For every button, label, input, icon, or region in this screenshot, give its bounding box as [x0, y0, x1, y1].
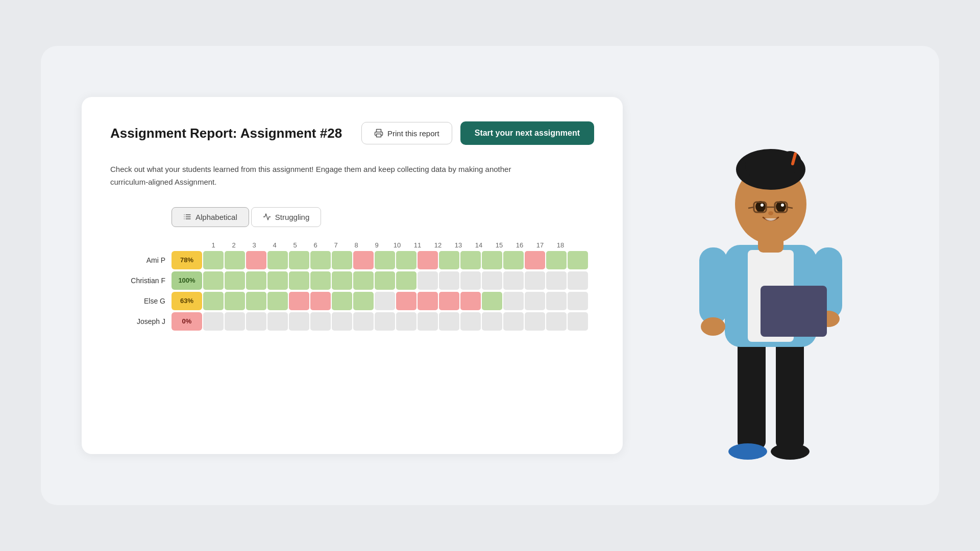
grid-cell [246, 292, 266, 310]
description-text: Check out what your students learned fro… [110, 163, 529, 189]
student-score: 0% [172, 312, 202, 331]
grid-cell [439, 251, 459, 269]
grid-cell [418, 292, 438, 310]
student-row: Christian F100% [110, 271, 594, 290]
grid-cell [267, 271, 288, 290]
grid-cell [375, 312, 395, 331]
chart-icon [263, 213, 271, 221]
grid-cell [546, 251, 567, 269]
grid-cell [482, 251, 502, 269]
grid-cell [525, 312, 545, 331]
header-actions: Print this report Start your next assign… [361, 121, 594, 145]
col-8: 8 [346, 241, 366, 249]
grid-cell [568, 271, 588, 290]
grid-cell [225, 312, 245, 331]
col-5: 5 [285, 241, 305, 249]
grid-cell [310, 251, 331, 269]
grid-cell [203, 271, 224, 290]
svg-point-26 [761, 204, 764, 207]
svg-point-15 [701, 317, 725, 336]
grid-cell [482, 271, 502, 290]
grid-cell [503, 271, 524, 290]
grid-cell [267, 312, 288, 331]
report-card: Assignment Report: Assignment #28 Print … [82, 97, 623, 454]
col-9: 9 [366, 241, 387, 249]
svg-rect-0 [377, 134, 381, 137]
col-16: 16 [509, 241, 530, 249]
col-6: 6 [305, 241, 326, 249]
grid-cell [203, 251, 224, 269]
grid-cell [525, 271, 545, 290]
grid-cell [246, 271, 266, 290]
teacher-avatar [664, 87, 878, 495]
grid-cell [310, 271, 331, 290]
grid-cell [310, 292, 331, 310]
sort-alphabetical-tab[interactable]: Alphabetical [172, 207, 249, 227]
grid-cell [353, 312, 374, 331]
grid-cell [353, 251, 374, 269]
grid-cell [439, 292, 459, 310]
grid-cell [525, 292, 545, 310]
grid-cell [418, 251, 438, 269]
grid-cell [418, 271, 438, 290]
grid-cell [332, 292, 352, 310]
grid-cell [460, 271, 481, 290]
grid-cell [375, 271, 395, 290]
student-score: 78% [172, 251, 202, 269]
student-name: Ami P [110, 256, 172, 264]
sort-tabs: Alphabetical Struggling [172, 207, 594, 227]
grid-cell [503, 251, 524, 269]
grid-cell [482, 312, 502, 331]
student-name: Joseph J [110, 317, 172, 325]
svg-point-22 [779, 151, 801, 173]
grid-cell [225, 251, 245, 269]
student-score: 63% [172, 292, 202, 310]
grid-cell [225, 271, 245, 290]
grid-cell [460, 312, 481, 331]
grid-cell [568, 251, 588, 269]
printer-icon [374, 129, 383, 138]
card-header: Assignment Report: Assignment #28 Print … [110, 121, 594, 145]
grid-cell [267, 292, 288, 310]
student-name: Else G [110, 297, 172, 305]
grid-cell [418, 312, 438, 331]
grid-cell [503, 312, 524, 331]
grid-cell [246, 312, 266, 331]
grid-cell [353, 271, 374, 290]
grid-column-headers: 1 2 3 4 5 6 7 8 9 10 11 12 13 14 15 16 1… [172, 241, 594, 249]
col-18: 18 [550, 241, 571, 249]
sort-struggling-tab[interactable]: Struggling [251, 207, 322, 227]
grid-cell [289, 312, 309, 331]
sort-alphabetical-label: Alphabetical [195, 213, 237, 221]
grid-cell [332, 271, 352, 290]
svg-point-10 [771, 443, 810, 460]
grid-cell [482, 292, 502, 310]
col-1: 1 [203, 241, 224, 249]
grid-cell [289, 251, 309, 269]
grid-cell [332, 312, 352, 331]
grid-cell [546, 312, 567, 331]
grid-cell [310, 312, 331, 331]
svg-rect-13 [699, 247, 727, 324]
next-assignment-button[interactable]: Start your next assignment [460, 121, 594, 145]
grade-grid: 1 2 3 4 5 6 7 8 9 10 11 12 13 14 15 16 1… [110, 241, 594, 333]
col-2: 2 [224, 241, 244, 249]
outer-container: Assignment Report: Assignment #28 Print … [41, 46, 939, 505]
svg-rect-8 [776, 337, 804, 449]
student-rows: Ami P78%Christian F100%Else G63%Joseph J… [110, 251, 594, 333]
grid-cell [225, 292, 245, 310]
grid-cell [503, 292, 524, 310]
svg-point-27 [781, 204, 784, 207]
grid-cell [396, 251, 416, 269]
print-button[interactable]: Print this report [361, 122, 452, 144]
grid-cell [460, 251, 481, 269]
report-title: Assignment Report: Assignment #28 [110, 126, 342, 141]
grid-cell [353, 292, 374, 310]
grid-cell [546, 292, 567, 310]
grid-cell [460, 292, 481, 310]
grid-cell [203, 292, 224, 310]
col-4: 4 [264, 241, 285, 249]
student-row: Else G63% [110, 292, 594, 310]
col-7: 7 [326, 241, 346, 249]
col-13: 13 [448, 241, 469, 249]
